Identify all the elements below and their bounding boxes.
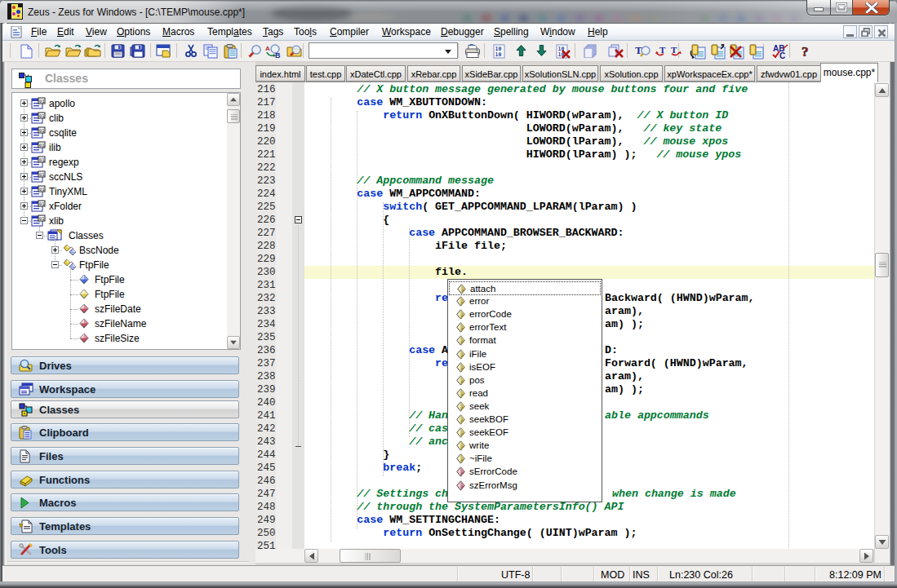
svg-text:C: C (779, 51, 785, 60)
svg-text:01: 01 (39, 216, 45, 221)
svg-text:01: 01 (39, 128, 45, 133)
svg-text:01: 01 (39, 99, 45, 104)
svg-text:B: B (275, 51, 281, 59)
svg-text:10: 10 (495, 51, 502, 58)
svg-text:01: 01 (39, 113, 45, 118)
svg-text:01: 01 (39, 201, 45, 206)
svg-text:01: 01 (39, 187, 45, 192)
svg-text:01: 01 (39, 143, 45, 148)
svg-text:T: T (659, 45, 666, 55)
svg-text:T: T (671, 45, 677, 55)
svg-text:01: 01 (39, 157, 45, 162)
svg-text:?: ? (802, 44, 809, 60)
svg-text:A: A (265, 45, 270, 52)
svg-text:01: 01 (39, 172, 45, 177)
